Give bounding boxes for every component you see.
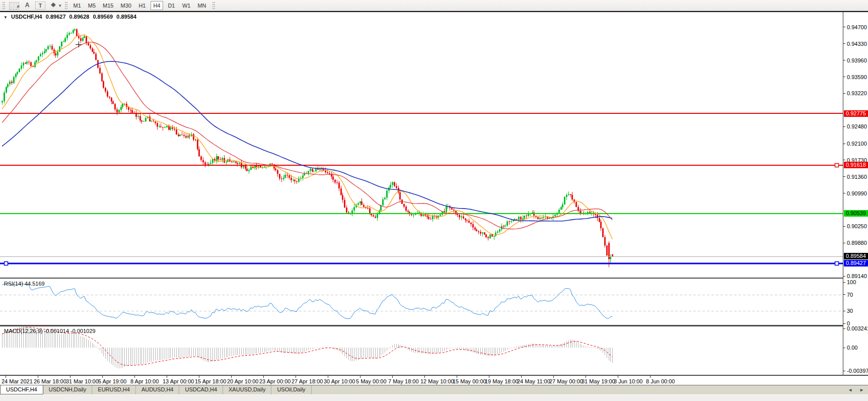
macd-indicator-canvas[interactable]: [0, 326, 843, 375]
price-tick-label: 0.90990: [847, 190, 867, 196]
time-tick-label: 27 Apr 18:00: [292, 378, 323, 384]
time-tick-label: 19 May 18:00: [485, 378, 519, 384]
time-tick-label: 26 Mar 18:00: [34, 378, 66, 384]
rsi-indicator-label: RSI(14) 44.5169: [4, 281, 45, 287]
shapes-tool-icon[interactable]: ❖: [48, 1, 58, 10]
price-tick-label: 0.94700: [847, 24, 867, 30]
time-tick-mark: [424, 376, 425, 378]
panel-divider[interactable]: [0, 278, 868, 279]
macd-indicator-label: MACD(12,26,9) -0.001014 -0.001029: [4, 328, 96, 334]
time-tick-mark: [650, 376, 650, 378]
chart-ohlc-header: ▼ USDCHF,H4 0.89627 0.89628 0.89569 0.89…: [4, 14, 138, 20]
ohlc-low-value: 0.89569: [93, 14, 113, 20]
fibonacci-grid-tool-icon[interactable]: F: [9, 2, 19, 10]
time-tick-mark: [102, 376, 103, 378]
price-tick-mark: [843, 276, 845, 277]
chart-tab-usoil[interactable]: USOil,Daily: [271, 385, 311, 394]
price-tick-label: 0.92480: [847, 123, 867, 129]
time-tick-label: 15 Apr 18:00: [195, 378, 226, 384]
text-tool-icon[interactable]: A: [22, 1, 32, 10]
price-tick-mark: [843, 93, 845, 94]
price-tick-mark: [843, 193, 845, 193]
timeframe-button-h4[interactable]: H4: [151, 1, 163, 10]
symbol-collapse-icon[interactable]: ▼: [4, 15, 8, 20]
timeframe-button-m30[interactable]: M30: [118, 1, 134, 10]
time-tick-mark: [167, 376, 167, 378]
price-tick-mark: [843, 27, 845, 27]
time-tick-label: 24 Mar 2021: [2, 378, 33, 384]
chart-tab-audusd[interactable]: AUDUSD,H4: [136, 385, 180, 394]
toolbar-grip[interactable]: [65, 2, 67, 9]
timeframe-button-d1[interactable]: D1: [165, 1, 178, 10]
time-tick-mark: [392, 376, 393, 378]
price-tick-label: 0.92100: [847, 141, 867, 147]
ohlc-high-value: 0.89628: [69, 14, 90, 20]
time-tick-mark: [618, 376, 618, 378]
time-tick-label: 27 May 00:00: [549, 378, 583, 384]
toolbar-grip[interactable]: [212, 2, 215, 9]
time-tick-label: 24 May 11:00: [517, 378, 550, 384]
chart-tab-xauusd[interactable]: XAUUSD,Daily: [223, 385, 271, 394]
time-tick-label: 30 Apr 10:00: [324, 378, 355, 384]
price-level-label: 0.89427: [844, 260, 868, 266]
macd-tick-label: 0.00: [847, 345, 857, 351]
chart-tab-bar: USDCHF,H4USDCNH,DailyEURUSD,H4AUDUSD,H4U…: [0, 385, 868, 394]
timeframe-button-m1[interactable]: M1: [71, 1, 84, 10]
chart-tab-usdchf[interactable]: USDCHF,H4: [0, 385, 43, 394]
price-level-label: 0.90539: [844, 210, 868, 217]
time-tick-mark: [296, 376, 296, 378]
timeframe-button-m15[interactable]: M15: [100, 1, 116, 10]
chart-tab-strip: USDCHF,H4USDCNH,DailyEURUSD,H4AUDUSD,H4U…: [0, 385, 312, 394]
time-tick-label: 8 Apr 10:00: [130, 378, 159, 384]
time-tick-mark: [586, 376, 586, 378]
tab-scroll-arrows: ◄ ►: [848, 387, 864, 393]
fibonacci-letter: F: [17, 3, 20, 11]
timeframe-button-m5[interactable]: M5: [86, 1, 98, 10]
time-tick-label: 31 Mar 10:00: [66, 378, 99, 384]
price-tick-mark: [843, 77, 845, 77]
panel-divider[interactable]: [0, 325, 868, 326]
time-tick-mark: [199, 376, 199, 378]
mt4-terminal-window: F A T ❖ ▾ M1M5M15M30H1H4D1W1MN ▼ USDCHF,…: [0, 0, 868, 401]
time-tick-mark: [38, 376, 38, 378]
main-price-chart-canvas[interactable]: [0, 12, 843, 278]
price-tick-mark: [843, 126, 845, 127]
price-level-label: 0.91618: [844, 162, 868, 168]
price-axis[interactable]: 0.947000.943300.939600.935900.932200.924…: [843, 12, 868, 375]
tab-scroll-right-icon[interactable]: ►: [859, 387, 864, 393]
time-tick-mark: [263, 376, 264, 378]
rsi-tick-mark: [843, 323, 845, 324]
price-tick-mark: [843, 43, 845, 44]
rsi-tick-mark: [843, 311, 845, 311]
label-tool-icon[interactable]: T: [35, 2, 45, 10]
time-tick-label: 15 May 00:00: [453, 378, 486, 384]
timeframe-button-w1[interactable]: W1: [180, 1, 193, 10]
price-tick-label: 0.89880: [847, 240, 867, 246]
timeframe-button-h1[interactable]: H1: [136, 1, 149, 10]
time-tick-mark: [231, 376, 232, 378]
shapes-dropdown-caret-icon[interactable]: ▾: [59, 3, 61, 8]
timeframe-button-mn[interactable]: MN: [195, 1, 208, 10]
time-tick-label: 8 Jun 00:00: [646, 378, 675, 384]
macd-tick-mark: [843, 348, 845, 348]
price-level-label: 0.89584: [844, 253, 868, 259]
rsi-indicator-canvas[interactable]: [0, 279, 843, 325]
price-tick-label: 0.93590: [847, 74, 867, 80]
time-tick-label: 5 Apr 19:00: [98, 378, 126, 384]
time-tick-mark: [489, 376, 489, 378]
time-axis[interactable]: 24 Mar 202126 Mar 18:0031 Mar 10:005 Apr…: [0, 376, 868, 385]
chart-tab-usdcad[interactable]: USDCAD,H4: [179, 385, 223, 394]
status-strip: [0, 394, 868, 401]
chart-tab-eurusd[interactable]: EURUSD,H4: [92, 385, 136, 394]
timeframe-button-group: M1M5M15M30H1H4D1W1MN: [70, 1, 210, 10]
chart-tab-usdcnh[interactable]: USDCNH,Daily: [43, 385, 93, 394]
price-tick-mark: [843, 144, 845, 144]
price-tick-label: 0.93960: [847, 57, 867, 63]
rsi-tick-label: 30: [847, 308, 853, 314]
tab-scroll-left-icon[interactable]: ◄: [848, 387, 852, 393]
time-tick-mark: [553, 376, 554, 378]
price-tick-label: 0.93220: [847, 90, 867, 96]
toolbar-grip[interactable]: [3, 2, 5, 9]
macd-tick-mark: [843, 328, 845, 329]
price-tick-mark: [843, 60, 845, 60]
